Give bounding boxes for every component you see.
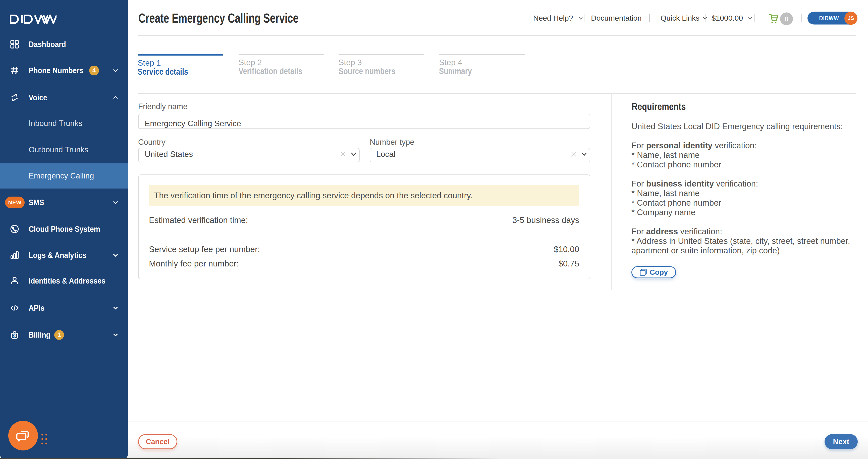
svg-text:$: $ [13, 333, 16, 338]
